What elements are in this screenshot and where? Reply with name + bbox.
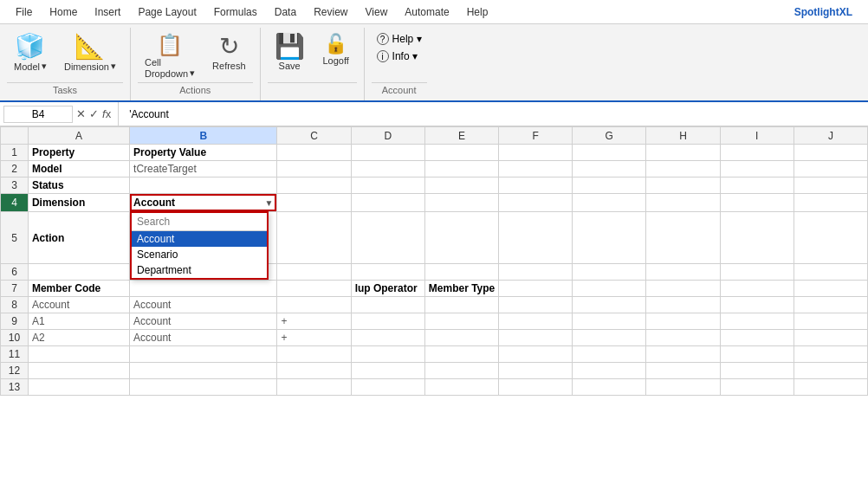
col-header-j[interactable]: J <box>794 127 867 145</box>
cell-c11[interactable] <box>277 346 351 363</box>
cell-a13[interactable] <box>28 379 129 396</box>
cell-g13[interactable] <box>573 379 646 396</box>
dimension-dropdown[interactable]: Account ▼ <box>130 194 276 211</box>
cell-dropdown-button[interactable]: 📋 Cell Dropdown▾ <box>138 31 202 82</box>
cell-g12[interactable] <box>573 363 646 379</box>
cell-reference[interactable] <box>3 106 73 123</box>
cell-g9[interactable] <box>573 313 646 330</box>
cell-i12[interactable] <box>720 363 794 379</box>
cell-d1[interactable] <box>351 145 424 161</box>
cell-e4[interactable] <box>424 194 498 212</box>
cell-h8[interactable] <box>646 297 720 313</box>
dropdown-arrow-icon[interactable]: ▼ <box>265 198 274 208</box>
cell-d6[interactable] <box>351 264 424 281</box>
cell-c12[interactable] <box>277 363 351 379</box>
cancel-formula-icon[interactable]: ✕ <box>76 107 86 120</box>
cell-h5[interactable] <box>646 212 720 264</box>
cell-e9[interactable] <box>424 313 498 330</box>
cell-b12[interactable] <box>130 363 277 379</box>
menu-spotlightxl[interactable]: SpotlightXL <box>786 3 861 22</box>
cell-e13[interactable] <box>424 379 498 396</box>
cell-j1[interactable] <box>794 145 867 161</box>
dropdown-option-department[interactable]: Department <box>132 262 267 278</box>
cell-a6[interactable] <box>28 264 129 281</box>
cell-j10[interactable] <box>794 330 867 346</box>
cell-b3[interactable] <box>130 178 277 194</box>
cell-f10[interactable] <box>499 330 573 346</box>
cell-f9[interactable] <box>499 313 573 330</box>
refresh-button[interactable]: ↻ Refresh <box>205 31 253 74</box>
cell-b1[interactable]: Property Value <box>130 145 277 161</box>
insert-function-icon[interactable]: fx <box>102 107 111 120</box>
cell-a7[interactable]: Member Code <box>28 281 129 297</box>
cell-d4[interactable] <box>351 194 424 212</box>
cell-i7[interactable] <box>720 281 794 297</box>
cell-h4[interactable] <box>646 194 720 212</box>
cell-h11[interactable] <box>646 346 720 363</box>
cell-h12[interactable] <box>646 363 720 379</box>
cell-c1[interactable] <box>277 145 351 161</box>
cell-h9[interactable] <box>646 313 720 330</box>
cell-j8[interactable] <box>794 297 867 313</box>
cell-d11[interactable] <box>351 346 424 363</box>
cell-b11[interactable] <box>130 346 277 363</box>
cell-g1[interactable] <box>573 145 646 161</box>
cell-a5[interactable]: Action <box>28 212 129 264</box>
cell-i13[interactable] <box>720 379 794 396</box>
cell-i9[interactable] <box>720 313 794 330</box>
col-header-b[interactable]: B <box>130 127 277 145</box>
cell-e6[interactable] <box>424 264 498 281</box>
cell-a4[interactable]: Dimension <box>28 194 129 212</box>
cell-i10[interactable] <box>720 330 794 346</box>
cell-h13[interactable] <box>646 379 720 396</box>
cell-b13[interactable] <box>130 379 277 396</box>
cell-b7[interactable] <box>130 281 277 297</box>
cell-f3[interactable] <box>499 178 573 194</box>
cell-a1[interactable]: Property <box>28 145 129 161</box>
cell-h3[interactable] <box>646 178 720 194</box>
menu-review[interactable]: Review <box>305 3 356 22</box>
cell-f4[interactable] <box>499 194 573 212</box>
cell-i11[interactable] <box>720 346 794 363</box>
cell-d3[interactable] <box>351 178 424 194</box>
cell-h7[interactable] <box>646 281 720 297</box>
cell-e7[interactable]: Member Type <box>424 281 498 297</box>
cell-a9[interactable]: A1 <box>28 313 129 330</box>
cell-a8[interactable]: Account <box>28 297 129 313</box>
cell-c13[interactable] <box>277 379 351 396</box>
col-header-e[interactable]: E <box>424 127 498 145</box>
cell-i8[interactable] <box>720 297 794 313</box>
cell-d10[interactable] <box>351 330 424 346</box>
col-header-i[interactable]: I <box>720 127 794 145</box>
cell-i3[interactable] <box>720 178 794 194</box>
cell-d2[interactable] <box>351 161 424 178</box>
cell-f2[interactable] <box>499 161 573 178</box>
cell-c2[interactable] <box>277 161 351 178</box>
cell-e12[interactable] <box>424 363 498 379</box>
cell-g3[interactable] <box>573 178 646 194</box>
cell-c4[interactable] <box>277 194 351 212</box>
cell-e1[interactable] <box>424 145 498 161</box>
cell-b10[interactable]: Account <box>130 330 277 346</box>
cell-a3[interactable]: Status <box>28 178 129 194</box>
cell-f1[interactable] <box>499 145 573 161</box>
cell-j3[interactable] <box>794 178 867 194</box>
logoff-button[interactable]: 🔓 Logoff <box>315 31 357 69</box>
col-header-a[interactable]: A <box>28 127 129 145</box>
cell-f8[interactable] <box>499 297 573 313</box>
cell-g10[interactable] <box>573 330 646 346</box>
cell-j11[interactable] <box>794 346 867 363</box>
formula-input[interactable] <box>126 108 865 120</box>
cell-a10[interactable]: A2 <box>28 330 129 346</box>
cell-f13[interactable] <box>499 379 573 396</box>
cell-g7[interactable] <box>573 281 646 297</box>
cell-h1[interactable] <box>646 145 720 161</box>
cell-j2[interactable] <box>794 161 867 178</box>
confirm-formula-icon[interactable]: ✓ <box>89 107 99 120</box>
menu-home[interactable]: Home <box>41 3 86 22</box>
cell-j13[interactable] <box>794 379 867 396</box>
menu-insert[interactable]: Insert <box>86 3 129 22</box>
menu-file[interactable]: File <box>7 3 41 22</box>
cell-d5[interactable] <box>351 212 424 264</box>
cell-f5[interactable] <box>499 212 573 264</box>
